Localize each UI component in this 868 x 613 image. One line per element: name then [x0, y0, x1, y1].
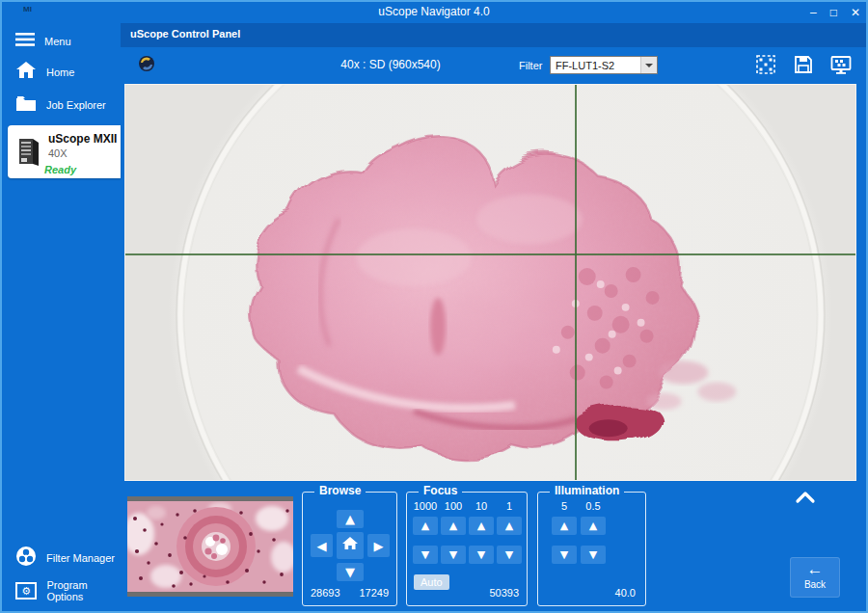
browse-group: Browse ▲ ◀ ▶ ▼ 28693 17249	[302, 492, 397, 606]
browse-group-title: Browse	[314, 484, 366, 497]
focus-down-1000-button[interactable]: ▼	[413, 546, 438, 564]
refresh-globe-icon[interactable]	[138, 55, 155, 72]
focus-up-10-button[interactable]: ▲	[469, 517, 494, 535]
close-button[interactable]: ✕	[851, 2, 860, 23]
filter-label: Filter	[519, 60, 542, 71]
focus-step-label: 1	[497, 500, 522, 512]
focus-up-1-button[interactable]: ▲	[497, 517, 522, 535]
chevron-down-icon	[640, 57, 657, 73]
browse-down-button[interactable]: ▼	[337, 563, 364, 581]
sidebar-item-label: Menu	[44, 36, 71, 47]
bottom-control-bar: Browse ▲ ◀ ▶ ▼ 28693 17249 Focus 1000 10…	[121, 481, 866, 611]
stage-view[interactable]	[124, 84, 856, 481]
stage-x-readout: 28693	[311, 587, 340, 599]
filter-dropdown[interactable]: FF-LUT1-S2	[550, 56, 658, 74]
focus-down-100-button[interactable]: ▼	[441, 546, 466, 564]
illumination-group-title: Illumination	[550, 484, 624, 497]
crosshair-horizontal-line	[125, 253, 855, 255]
toolbar-icons	[754, 53, 853, 76]
focus-up-1000-button[interactable]: ▲	[413, 517, 438, 535]
device-status: Ready	[44, 164, 76, 175]
magnification-status: 40x : SD (960x540)	[246, 58, 535, 71]
sidebar: Menu Home Job Explorer	[2, 23, 121, 611]
sidebar-item-filter-manager[interactable]: Filter Manager	[2, 546, 121, 571]
histology-preview-image	[127, 501, 293, 592]
focus-step-label: 1000	[413, 500, 438, 512]
device-magnification: 40X	[48, 147, 68, 159]
focus-value-readout: 50393	[489, 587, 519, 599]
home-icon	[15, 61, 37, 84]
program-options-icon: ⚙	[15, 582, 37, 600]
focus-step-label: 10	[469, 500, 494, 512]
illumination-down-05-button[interactable]: ▼	[581, 546, 606, 564]
sidebar-item-job-explorer[interactable]: Job Explorer	[2, 93, 121, 118]
sidebar-item-menu[interactable]: Menu	[2, 29, 121, 54]
back-arrow-icon: ←	[790, 560, 840, 579]
filter-manager-icon	[15, 546, 37, 571]
title-bar: MI uScope Navigator 4.0 – □ ✕	[2, 2, 866, 23]
focus-down-10-button[interactable]: ▼	[469, 546, 494, 564]
menu-icon	[15, 33, 35, 50]
region-select-icon[interactable]	[754, 53, 777, 76]
device-name: uScope MXII	[48, 132, 117, 146]
illumination-group: Illumination 5 0.5 ▲ ▲ ▼ ▼ 40.0	[537, 492, 646, 606]
focus-group-title: Focus	[419, 484, 462, 497]
minimize-button[interactable]: –	[810, 2, 817, 23]
app-window: MI uScope Navigator 4.0 – □ ✕ Menu Home …	[0, 0, 868, 613]
crosshair-vertical-line	[575, 85, 577, 480]
back-button[interactable]: ← Back	[790, 557, 840, 598]
stage-y-readout: 17249	[359, 587, 389, 599]
sidebar-item-label: Job Explorer	[46, 99, 106, 111]
browse-home-button[interactable]	[337, 532, 364, 559]
tab-strip: uScope Control Panel	[121, 23, 866, 47]
focus-auto-button[interactable]: Auto	[414, 574, 449, 590]
illumination-up-5-button[interactable]: ▲	[552, 517, 577, 535]
microscope-device-icon	[15, 137, 42, 172]
live-preview-thumbnail	[127, 496, 293, 597]
focus-up-100-button[interactable]: ▲	[441, 517, 466, 535]
home-icon	[342, 537, 358, 554]
browse-up-button[interactable]: ▲	[337, 510, 364, 528]
filter-dropdown-value: FF-LUT1-S2	[551, 60, 640, 71]
window-controls: – □ ✕	[810, 2, 860, 23]
back-button-label: Back	[790, 579, 840, 590]
browse-right-button[interactable]: ▶	[367, 534, 390, 557]
device-card-uscope-mxii[interactable]: uScope MXII 40X Ready	[8, 125, 121, 178]
sidebar-item-home[interactable]: Home	[2, 60, 121, 85]
display-output-icon[interactable]	[829, 53, 853, 76]
collapse-panel-button[interactable]	[795, 491, 816, 506]
illumination-value-readout: 40.0	[615, 587, 636, 599]
window-title: uScope Navigator 4.0	[2, 5, 866, 18]
specimen-image	[125, 85, 855, 480]
focus-step-label: 100	[441, 500, 466, 512]
browse-left-button[interactable]: ◀	[311, 534, 333, 557]
save-icon[interactable]	[792, 53, 815, 76]
focus-group: Focus 1000 100 10 1 ▲ ▲ ▲ ▲ ▼ ▼ ▼ ▼ Auto…	[406, 492, 528, 606]
maximize-button[interactable]: □	[830, 2, 837, 23]
illumination-step-label: 5	[552, 500, 577, 512]
illumination-down-5-button[interactable]: ▼	[552, 546, 577, 564]
folder-icon	[15, 94, 37, 116]
sidebar-item-label: Program Options	[46, 579, 121, 602]
control-toolbar: 40x : SD (960x540) Filter FF-LUT1-S2	[121, 47, 866, 84]
tab-uscope-control-panel[interactable]: uScope Control Panel	[130, 28, 240, 40]
sidebar-item-label: Filter Manager	[46, 552, 115, 564]
illumination-up-05-button[interactable]: ▲	[581, 517, 606, 535]
sidebar-item-label: Home	[46, 67, 74, 78]
sidebar-item-program-options[interactable]: ⚙ Program Options	[2, 578, 121, 603]
focus-down-1-button[interactable]: ▼	[497, 546, 522, 564]
illumination-step-label: 0.5	[581, 500, 606, 512]
